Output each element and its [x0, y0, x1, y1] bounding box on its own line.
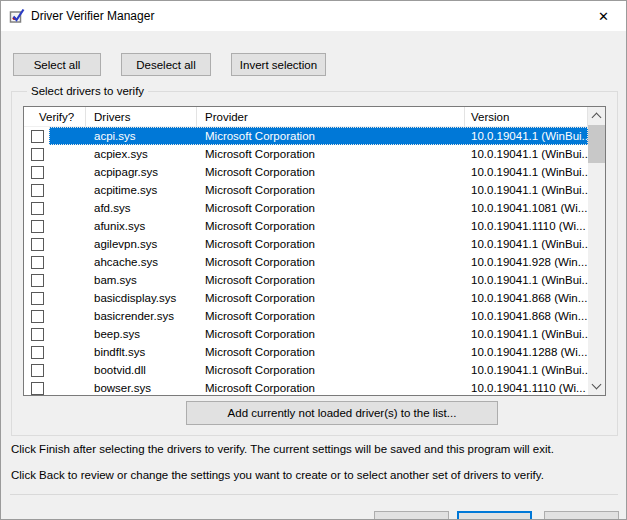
row-main[interactable]: afunix.sys Microsoft Corporation 10.0.19… [49, 217, 588, 235]
table-row[interactable]: bindflt.sys Microsoft Corporation 10.0.1… [24, 343, 588, 361]
verify-checkbox[interactable] [31, 328, 44, 341]
row-main[interactable]: afd.sys Microsoft Corporation 10.0.19041… [49, 199, 588, 217]
table-row[interactable]: bowser.sys Microsoft Corporation 10.0.19… [24, 379, 588, 395]
back-button[interactable]: < Back [374, 511, 449, 520]
driver-version: 10.0.19041.1 (WinBui... [465, 235, 588, 253]
verify-checkbox[interactable] [31, 166, 44, 179]
driver-provider: Microsoft Corporation [197, 343, 465, 361]
groupbox-label: Select drivers to verify [27, 85, 148, 97]
driver-verifier-icon [9, 8, 25, 24]
back-instruction-text: Click Back to review or change the setti… [11, 469, 626, 481]
verify-checkbox[interactable] [31, 256, 44, 269]
column-header-verify[interactable]: Verify? [24, 107, 86, 127]
add-unloaded-drivers-button[interactable]: Add currently not loaded driver(s) to th… [186, 401, 498, 425]
table-row[interactable]: basicrender.sys Microsoft Corporation 10… [24, 307, 588, 325]
driver-provider: Microsoft Corporation [197, 253, 465, 271]
finish-instruction-text: Click Finish after selecting the drivers… [11, 443, 626, 455]
driver-version: 10.0.19041.868 (Win... [465, 289, 588, 307]
close-icon: ✕ [598, 9, 609, 24]
scroll-up-button[interactable] [588, 107, 605, 124]
verify-cell-spacer [49, 271, 86, 289]
verify-checkbox[interactable] [31, 148, 44, 161]
verify-cell [24, 199, 49, 217]
driver-name: acpitime.sys [86, 181, 197, 199]
verify-checkbox[interactable] [31, 238, 44, 251]
row-main[interactable]: acpipagr.sys Microsoft Corporation 10.0.… [49, 163, 588, 181]
table-row[interactable]: bootvid.dll Microsoft Corporation 10.0.1… [24, 361, 588, 379]
row-main[interactable]: beep.sys Microsoft Corporation 10.0.1904… [49, 325, 588, 343]
finish-button[interactable]: Finish [457, 511, 532, 520]
table-row[interactable]: basicdisplay.sys Microsoft Corporation 1… [24, 289, 588, 307]
verify-checkbox[interactable] [31, 310, 44, 323]
verify-cell [24, 343, 49, 361]
verify-checkbox[interactable] [31, 220, 44, 233]
driver-version: 10.0.19041.928 (Win... [465, 253, 588, 271]
driver-provider: Microsoft Corporation [197, 217, 465, 235]
verify-cell-spacer [49, 307, 86, 325]
row-main[interactable]: bam.sys Microsoft Corporation 10.0.19041… [49, 271, 588, 289]
verify-cell [24, 271, 49, 289]
verify-cell [24, 217, 49, 235]
scroll-down-button[interactable] [588, 378, 605, 395]
row-main[interactable]: agilevpn.sys Microsoft Corporation 10.0.… [49, 235, 588, 253]
verify-checkbox[interactable] [31, 274, 44, 287]
cancel-button[interactable]: Cancel [544, 511, 619, 520]
row-main[interactable]: basicdisplay.sys Microsoft Corporation 1… [49, 289, 588, 307]
column-header-drivers[interactable]: Drivers [86, 107, 197, 127]
scrollbar-thumb[interactable] [588, 125, 605, 163]
verify-cell-spacer [49, 163, 86, 181]
driver-provider: Microsoft Corporation [197, 379, 465, 395]
table-row[interactable]: acpiex.sys Microsoft Corporation 10.0.19… [24, 145, 588, 163]
verify-checkbox[interactable] [31, 346, 44, 359]
verify-cell-spacer [49, 343, 86, 361]
table-row[interactable]: bam.sys Microsoft Corporation 10.0.19041… [24, 271, 588, 289]
row-main[interactable]: bowser.sys Microsoft Corporation 10.0.19… [49, 379, 588, 395]
row-main[interactable]: basicrender.sys Microsoft Corporation 10… [49, 307, 588, 325]
driver-name: ahcache.sys [86, 253, 197, 271]
select-drivers-groupbox: Select drivers to verify Verify? Drivers… [11, 85, 618, 436]
driver-provider: Microsoft Corporation [197, 127, 465, 145]
verify-cell [24, 163, 49, 181]
table-row[interactable]: agilevpn.sys Microsoft Corporation 10.0.… [24, 235, 588, 253]
verify-checkbox[interactable] [31, 382, 44, 395]
column-header-provider[interactable]: Provider [197, 107, 465, 127]
column-header-version[interactable]: Version [465, 107, 588, 127]
table-row[interactable]: acpipagr.sys Microsoft Corporation 10.0.… [24, 163, 588, 181]
verify-checkbox[interactable] [31, 364, 44, 377]
table-row[interactable]: ahcache.sys Microsoft Corporation 10.0.1… [24, 253, 588, 271]
invert-selection-button[interactable]: Invert selection [231, 53, 326, 76]
driver-name: acpipagr.sys [86, 163, 197, 181]
row-main[interactable]: bindflt.sys Microsoft Corporation 10.0.1… [49, 343, 588, 361]
driver-list-body: acpi.sys Microsoft Corporation 10.0.1904… [24, 127, 588, 395]
vertical-scrollbar[interactable] [588, 107, 605, 395]
row-main[interactable]: bootvid.dll Microsoft Corporation 10.0.1… [49, 361, 588, 379]
driver-name: afunix.sys [86, 217, 197, 235]
row-main[interactable]: acpi.sys Microsoft Corporation 10.0.1904… [49, 127, 588, 145]
driver-provider: Microsoft Corporation [197, 325, 465, 343]
row-main[interactable]: ahcache.sys Microsoft Corporation 10.0.1… [49, 253, 588, 271]
verify-checkbox[interactable] [31, 184, 44, 197]
deselect-all-button[interactable]: Deselect all [121, 53, 211, 76]
verify-checkbox[interactable] [31, 202, 44, 215]
driver-version: 10.0.19041.1110 (Wi... [465, 217, 588, 235]
select-all-button[interactable]: Select all [13, 53, 101, 76]
row-main[interactable]: acpitime.sys Microsoft Corporation 10.0.… [49, 181, 588, 199]
verify-cell [24, 361, 49, 379]
scrollbar-track[interactable] [588, 124, 605, 378]
table-row[interactable]: afd.sys Microsoft Corporation 10.0.19041… [24, 199, 588, 217]
verify-cell-spacer [49, 379, 86, 395]
verify-checkbox[interactable] [31, 130, 44, 143]
close-button[interactable]: ✕ [581, 1, 626, 31]
table-row[interactable]: acpitime.sys Microsoft Corporation 10.0.… [24, 181, 588, 199]
verify-checkbox[interactable] [31, 292, 44, 305]
driver-name: bowser.sys [86, 379, 197, 395]
driver-provider: Microsoft Corporation [197, 271, 465, 289]
table-row[interactable]: beep.sys Microsoft Corporation 10.0.1904… [24, 325, 588, 343]
driver-name: basicdisplay.sys [86, 289, 197, 307]
driver-name: agilevpn.sys [86, 235, 197, 253]
verify-cell [24, 253, 49, 271]
table-row[interactable]: afunix.sys Microsoft Corporation 10.0.19… [24, 217, 588, 235]
driver-version: 10.0.19041.1 (WinBui... [465, 361, 588, 379]
table-row[interactable]: acpi.sys Microsoft Corporation 10.0.1904… [24, 127, 588, 145]
row-main[interactable]: acpiex.sys Microsoft Corporation 10.0.19… [49, 145, 588, 163]
